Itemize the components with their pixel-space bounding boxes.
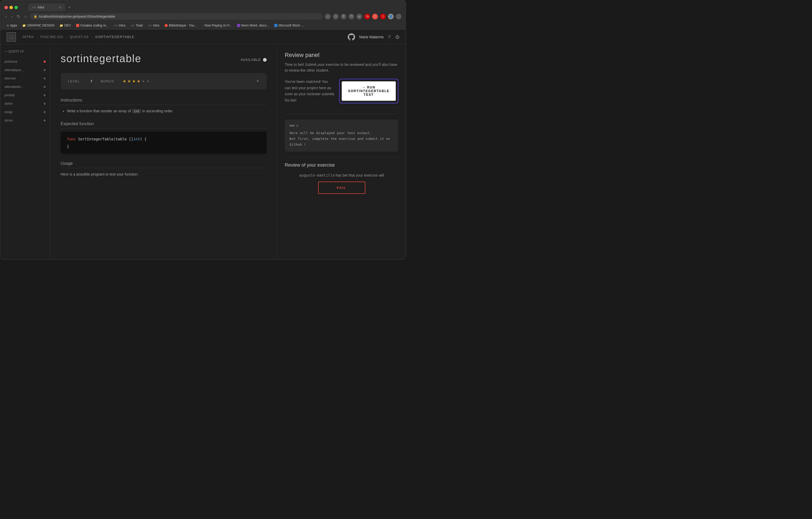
code-func-end: ) {: [140, 137, 146, 141]
bookmark-intra-1[interactable]: </> Intra: [112, 23, 127, 28]
bookmark-bibliotheque[interactable]: Bibliothèque - You...: [163, 23, 199, 28]
run-test-button[interactable]: → RUN SORTINTEGERTABLE TEST: [342, 81, 396, 101]
instruction-list: Write a function that reorder an array o…: [61, 108, 267, 114]
status-dot-strrev: [44, 119, 46, 121]
bookmark-creative[interactable]: Creative coding re...: [74, 23, 111, 28]
reload-button[interactable]: ↻: [16, 13, 21, 20]
nav-right: Marie Malarme ⠿ ⏻: [348, 33, 400, 41]
url-box[interactable]: 🔒 localhost/intra/piscine-go/quest-03/so…: [30, 13, 323, 20]
bookmarks-bar: ⊞ Apps 📁 GRAPHIC DESIGN 📁 DEV Creative c…: [0, 22, 406, 30]
terminal-line-2: But first, complete the exercise and sub…: [289, 136, 394, 147]
breadcrumb-intra[interactable]: INTRA: [22, 35, 34, 39]
extension-icon-5[interactable]: 7a: [364, 13, 370, 20]
grid-menu-icon[interactable]: ⠿: [388, 34, 391, 39]
sidebar-label-divmod: divmod: [4, 76, 16, 80]
maximize-button[interactable]: [14, 6, 18, 9]
section-title-text: — QUEST 03: [4, 50, 24, 53]
reviewer-text-after: has bet that your exercise will: [335, 173, 384, 177]
back-button[interactable]: ‹: [4, 13, 8, 20]
sidebar-label-printstr: printstr: [4, 93, 15, 97]
extension-icon-7[interactable]: D: [380, 13, 386, 20]
github-icon[interactable]: [348, 33, 355, 41]
available-text: AVAILABLE: [241, 58, 261, 62]
bookmark-dev[interactable]: 📁 DEV: [57, 23, 73, 28]
sidebar-item-pointone[interactable]: pointone: [0, 57, 50, 66]
sidebar-item-divmod[interactable]: divmod: [0, 74, 50, 83]
status-dot-ultimatediv: [44, 86, 46, 88]
extension-icon-6[interactable]: P: [372, 13, 378, 20]
sidebar: — QUEST 03 pointone ultimatepoi... divmo…: [0, 44, 50, 260]
extension-icon-4[interactable]: ◎: [356, 13, 362, 20]
bookmark-now-playing[interactable]: ♪ Now Playing on P...: [200, 23, 234, 28]
exercise-header: sortintegertable AVAILABLE: [61, 53, 267, 67]
active-tab[interactable]: </> Intra ✕: [28, 3, 65, 11]
sidebar-item-strrev[interactable]: strrev: [0, 116, 50, 125]
home-button[interactable]: ⌂: [23, 13, 28, 20]
menu-icon[interactable]: ⋮: [396, 13, 402, 20]
exercise-title: sortintegertable: [61, 53, 141, 64]
terminal-line-1: Here will be displayed your test output.: [289, 130, 394, 136]
new-tab-button[interactable]: +: [66, 4, 73, 11]
app-logo: ⬚: [6, 32, 16, 42]
bookmark-intra-2[interactable]: </> Intra: [146, 23, 162, 28]
bookmark-graphic-label: GRAPHIC DESIGN: [27, 24, 54, 27]
breadcrumb-quest[interactable]: QUEST-03: [70, 35, 88, 39]
sidebar-label-swap: swap: [4, 110, 12, 114]
instruction-code: int: [132, 109, 141, 113]
youtube-icon: [165, 24, 168, 27]
extension-icon-3[interactable]: ?!: [349, 13, 354, 20]
breadcrumb-piscine[interactable]: PISCINE-GO: [40, 35, 63, 39]
bookmark-apps[interactable]: ⊞ Apps: [4, 23, 19, 28]
close-button[interactable]: [4, 6, 8, 9]
usage-description: Here is a possible program to test your …: [61, 171, 267, 177]
bookmark-word[interactable]: Microsoft Word -...: [272, 23, 306, 28]
bookmark-creative-label: Creative coding re...: [80, 24, 108, 27]
main-content: sortintegertable AVAILABLE LEVEL 7 BONUS…: [50, 44, 277, 260]
profile-icon[interactable]: 👤: [388, 13, 394, 20]
sidebar-label-pointone: pointone: [4, 60, 18, 63]
sidebar-item-printstr[interactable]: printstr: [0, 91, 50, 99]
star-icon[interactable]: ☆: [325, 13, 331, 20]
sidebar-label-strlen: strlen: [4, 102, 13, 106]
plus-button[interactable]: +: [256, 78, 259, 84]
bookmark-toad[interactable]: </> Toad: [128, 23, 145, 28]
breadcrumb-sep-1: ›: [36, 35, 38, 39]
logo-icon: ⬚: [6, 32, 16, 42]
tab-close-button[interactable]: ✕: [59, 6, 61, 9]
power-icon[interactable]: ⏻: [395, 35, 400, 39]
star-4: ★: [137, 79, 140, 84]
code-icon-3: </>: [148, 24, 152, 27]
star-1: ★: [122, 79, 126, 84]
status-dot-divmod: [44, 78, 46, 80]
reviewer-name[interactable]: augusto-mantilla: [299, 173, 335, 177]
matched-section: You've been matched! You can test your p…: [285, 79, 398, 109]
status-dot-printstr: [44, 94, 46, 96]
minimize-button[interactable]: [9, 6, 13, 9]
colored-dot-icon: [76, 24, 79, 27]
bookmark-graphic-design[interactable]: 📁 GRAPHIC DESIGN: [20, 23, 56, 28]
star-5: ★: [141, 79, 145, 84]
window-controls: [4, 6, 18, 9]
bookmark-neon-label: Neon Moiré, disco...: [241, 24, 269, 27]
status-dot-swap: [44, 111, 46, 113]
forward-button[interactable]: ›: [10, 13, 13, 20]
stars-rating: ★ ★ ★ ★ ★ ★: [122, 79, 150, 84]
extension-icon-2[interactable]: f!: [341, 13, 346, 20]
bookmark-word-label: Microsoft Word -...: [279, 24, 304, 27]
code-closing-brace: }: [67, 144, 69, 148]
sidebar-item-strlen[interactable]: strlen: [0, 99, 50, 108]
extension-icon-1[interactable]: ⬡: [333, 13, 339, 20]
sidebar-item-swap[interactable]: swap: [0, 108, 50, 116]
sidebar-section: — QUEST 03: [0, 47, 50, 57]
sidebar-label-ultimatepoi: ultimatepoi...: [4, 68, 24, 72]
bookmark-neon[interactable]: Neon Moiré, disco...: [235, 23, 271, 28]
sidebar-label-ultimatediv: ultimatediv...: [4, 85, 23, 89]
fail-button[interactable]: FAIL: [318, 181, 365, 194]
app-nav: ⬚ INTRA › PISCINE-GO › QUEST-03 › SORTIN…: [0, 30, 406, 44]
sidebar-item-ultimatediv[interactable]: ultimatediv...: [0, 83, 50, 91]
browser-actions: ☆ ⬡ f! ?! ◎ 7a P D 👤 ⋮: [325, 13, 402, 20]
usage-title: Usage: [61, 161, 267, 168]
sidebar-item-ultimatepoi[interactable]: ultimatepoi...: [0, 66, 50, 74]
sidebar-label-strrev: strrev: [4, 118, 13, 122]
reviewer-text: augusto-mantilla has bet that your exerc…: [285, 173, 398, 177]
